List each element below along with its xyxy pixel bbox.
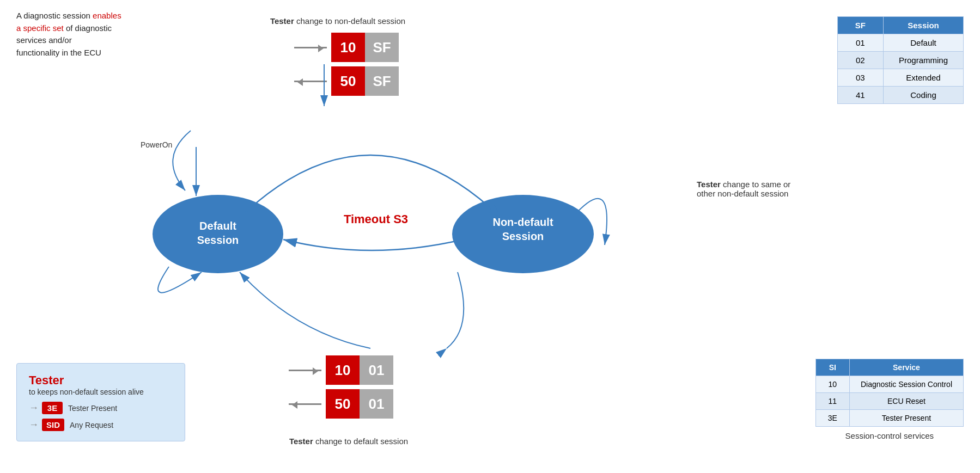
tester-bold-bottom: Tester xyxy=(289,437,313,446)
desc-line3: services and/or xyxy=(16,35,72,45)
top-req-byte1: 10 xyxy=(331,33,365,62)
top-response-arrow xyxy=(294,81,327,82)
service-table-header-si: SI xyxy=(815,359,849,376)
sid-3e: 3E xyxy=(42,402,63,414)
arrow-right-icon: → xyxy=(29,402,39,414)
tester-box: Tester to keeps non-default session aliv… xyxy=(16,363,185,441)
session-sf-02: 02 xyxy=(837,52,883,69)
service-table-caption: Session-control services xyxy=(815,431,964,440)
service-ecu-reset: ECU Reset xyxy=(849,393,963,410)
bottom-req-byte2: 01 xyxy=(360,355,393,385)
table-row: 10 Diagnostic Session Control xyxy=(815,376,963,393)
session-table: SF Session 01 Default 02 Programming 03 … xyxy=(837,16,964,104)
session-table-header-sf: SF xyxy=(837,17,883,34)
session-extended: Extended xyxy=(883,69,963,87)
service-tester-present: Tester Present xyxy=(849,410,963,427)
table-row: 03 Extended xyxy=(837,69,963,87)
service-table: SI Service 10 Diagnostic Session Control… xyxy=(815,359,964,427)
default-session-text: Default xyxy=(199,220,236,232)
poweron-label: PowerOn xyxy=(141,140,172,149)
arc-timeout xyxy=(283,239,463,250)
sid-any: SID xyxy=(42,419,64,431)
poweron-curve xyxy=(173,131,191,191)
bottom-response-arrow xyxy=(289,403,321,405)
default-session-text2: Session xyxy=(197,234,239,246)
table-row: 02 Programming xyxy=(837,52,963,69)
tester-item-3e: → 3E Tester Present xyxy=(29,402,173,414)
table-row: 3E Tester Present xyxy=(815,410,963,427)
tester-change-same-label: Tester change to same orother non-defaul… xyxy=(697,180,817,198)
session-sf-03: 03 xyxy=(837,69,883,87)
non-default-text: Non-default xyxy=(492,216,553,228)
desc-specific-set: a specific set xyxy=(16,23,64,33)
table-row: 41 Coding xyxy=(837,87,963,104)
bottom-resp-byte2: 01 xyxy=(360,389,393,419)
timeout-label: Timeout S3 xyxy=(283,212,468,226)
bottom-response-row: 50 01 xyxy=(289,389,393,419)
arc-from-nondefault-bottom xyxy=(447,272,464,348)
tester-box-title: Tester xyxy=(29,373,173,388)
session-default: Default xyxy=(883,34,963,52)
service-si-11: 11 xyxy=(815,393,849,410)
non-default-text2: Session xyxy=(502,230,544,242)
tester-present-label: Tester Present xyxy=(68,404,117,413)
arrow-right-icon-2: → xyxy=(29,419,39,431)
any-request-label: Any Request xyxy=(70,421,113,429)
nondefault-self-loop xyxy=(572,199,607,245)
non-default-session-ellipse xyxy=(452,195,594,273)
top-resp-byte2: SF xyxy=(365,66,399,96)
desc-line1: A diagnostic session enables xyxy=(16,11,121,20)
bottom-request-arrow xyxy=(289,370,321,371)
table-row: 01 Default xyxy=(837,34,963,52)
desc-line2-rest: of diagnostic xyxy=(64,23,112,33)
service-dsc: Diagnostic Session Control xyxy=(849,376,963,393)
desc-line4: functionality in the ECU xyxy=(16,48,101,57)
session-sf-41: 41 xyxy=(837,87,883,104)
tester-change-nondefault-label: Tester change to non-default session xyxy=(251,16,425,26)
session-programming: Programming xyxy=(883,52,963,69)
service-si-10: 10 xyxy=(815,376,849,393)
session-table-header-session: Session xyxy=(883,17,963,34)
table-row: 11 ECU Reset xyxy=(815,393,963,410)
top-req-byte2: SF xyxy=(365,33,399,62)
tester-item-sid: → SID Any Request xyxy=(29,419,173,431)
tester-change-default-label: Tester change to default session xyxy=(267,437,430,446)
arc-to-default xyxy=(240,272,370,348)
service-table-wrap: SI Service 10 Diagnostic Session Control… xyxy=(815,359,964,440)
top-exchange: 10 SF 50 SF xyxy=(294,33,399,96)
top-response-row: 50 SF xyxy=(294,66,399,96)
desc-enables: enables xyxy=(93,11,121,20)
default-session-ellipse xyxy=(153,195,283,273)
bottom-request-row: 10 01 xyxy=(289,355,393,385)
tester-bold-top: Tester xyxy=(270,16,294,26)
bottom-req-byte1: 10 xyxy=(326,355,360,385)
session-sf-01: 01 xyxy=(837,34,883,52)
session-coding: Coding xyxy=(883,87,963,104)
tester-bold-right: Tester xyxy=(697,180,721,189)
service-si-3e: 3E xyxy=(815,410,849,427)
arc-to-nondefault xyxy=(240,155,501,218)
bottom-exchange: 10 01 50 01 xyxy=(289,355,393,419)
service-table-header-service: Service xyxy=(849,359,963,376)
default-self-loop xyxy=(158,267,202,293)
bottom-resp-byte1: 50 xyxy=(326,389,360,419)
top-request-row: 10 SF xyxy=(294,33,399,62)
description-block: A diagnostic session enables a specific … xyxy=(16,10,174,59)
top-resp-byte1: 50 xyxy=(331,66,365,96)
tester-box-subtitle: to keeps non-default session alive xyxy=(29,388,173,396)
top-request-arrow xyxy=(294,47,327,48)
